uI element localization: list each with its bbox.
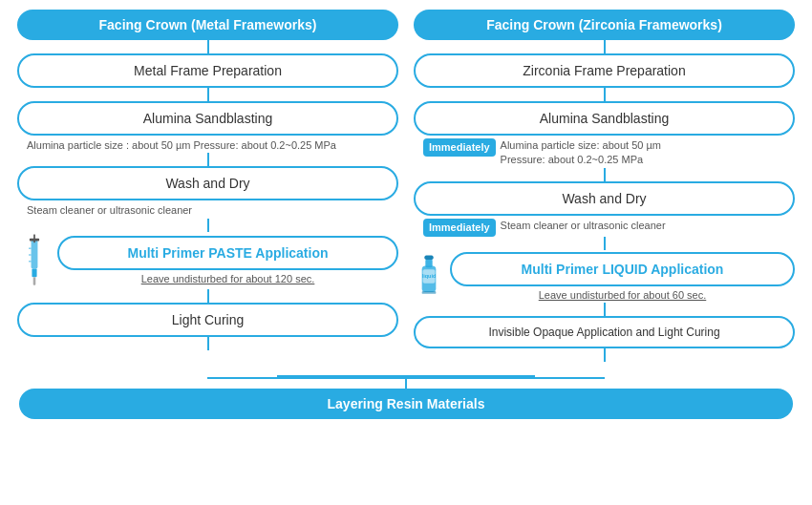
wash-dry-left-box: Wash and Dry bbox=[17, 166, 398, 200]
connector-r1 bbox=[604, 40, 606, 53]
svg-text:liquid: liquid bbox=[422, 274, 437, 280]
connector-r5 bbox=[604, 303, 606, 316]
app-right-bold: LIQUID bbox=[602, 262, 647, 277]
connector-r4 bbox=[604, 237, 606, 250]
bottom-bar: Layering Resin Materials bbox=[19, 389, 793, 419]
wash-dry-right-box: Wash and Dry bbox=[414, 181, 795, 216]
immediately-badge-2: Immediately bbox=[423, 219, 496, 237]
app-section-left: Multi Primer PASTE Application Leave und… bbox=[17, 232, 398, 289]
merge-final-connector bbox=[405, 379, 407, 389]
left-column: Facing Crown (Metal Frameworks) Metal Fr… bbox=[10, 10, 406, 362]
svg-rect-0 bbox=[32, 240, 38, 268]
app-content-right: Multi Primer LIQUID Application Leave un… bbox=[450, 252, 795, 301]
svg-rect-1 bbox=[32, 268, 36, 277]
leave-right-note: Leave undisturbed for about 60 sec. bbox=[450, 289, 795, 301]
steam-note-left: Steam cleaner or ultrasonic cleaner bbox=[17, 200, 398, 218]
immediately-badge-1: Immediately bbox=[423, 138, 496, 157]
app-left-pre: Multi Primer bbox=[127, 245, 208, 261]
alumina-note-left: Alumina particle size : about 50 µm Pres… bbox=[17, 136, 398, 153]
metal-frame-box: Metal Frame Preparation bbox=[17, 53, 398, 88]
light-curing-box: Light Curing bbox=[17, 303, 398, 337]
leave-left-note: Leave undisturbed for about 120 sec. bbox=[57, 273, 398, 284]
connector-l2 bbox=[207, 88, 209, 101]
merge-area bbox=[10, 362, 802, 377]
immediately-wash-note: Steam cleaner or ultrasonic cleaner bbox=[501, 219, 666, 233]
connector-l1 bbox=[207, 40, 209, 53]
immediately-alumina-row: Immediately Alumina particle size: about… bbox=[414, 136, 795, 168]
left-header: Facing Crown (Metal Frameworks) bbox=[17, 10, 398, 40]
connector-l3 bbox=[207, 153, 209, 166]
immediately-wash-row: Immediately Steam cleaner or ultrasonic … bbox=[414, 216, 795, 237]
bottle-icon: liquid bbox=[414, 250, 444, 303]
app-left-box: Multi Primer PASTE Application bbox=[57, 236, 398, 270]
svg-rect-13 bbox=[422, 291, 437, 294]
svg-rect-9 bbox=[425, 259, 432, 267]
connector-l4 bbox=[207, 219, 209, 232]
app-right-post: Application bbox=[648, 262, 724, 277]
app-content-left: Multi Primer PASTE Application Leave und… bbox=[57, 236, 398, 284]
connector-l6 bbox=[207, 337, 209, 350]
connector-l5 bbox=[207, 289, 209, 303]
right-column: Facing Crown (Zirconia Frameworks) Zirco… bbox=[406, 10, 802, 362]
alumina-sand-right-box: Alumina Sandblasting bbox=[414, 101, 795, 136]
zirconia-frame-box: Zirconia Frame Preparation bbox=[414, 53, 795, 88]
svg-rect-3 bbox=[30, 239, 39, 242]
main-container: Facing Crown (Metal Frameworks) Metal Fr… bbox=[0, 0, 812, 429]
svg-rect-4 bbox=[33, 277, 36, 285]
invisible-opaque-box: Invisible Opaque Application and Light C… bbox=[414, 316, 795, 348]
syringe-icon bbox=[17, 232, 52, 289]
connector-r2 bbox=[604, 88, 606, 101]
merge-h bbox=[277, 375, 535, 377]
app-section-right: liquid Multi Primer LIQUID Application L… bbox=[414, 250, 795, 303]
immediately-alumina-note: Alumina particle size: about 50 µmPressu… bbox=[501, 138, 661, 168]
app-left-bold: PASTE bbox=[208, 245, 252, 261]
right-header: Facing Crown (Zirconia Frameworks) bbox=[414, 10, 795, 40]
columns: Facing Crown (Metal Frameworks) Metal Fr… bbox=[10, 10, 802, 362]
app-right-box: Multi Primer LIQUID Application bbox=[450, 252, 795, 286]
svg-rect-10 bbox=[424, 256, 433, 261]
app-left-post: Application bbox=[252, 245, 329, 261]
connector-r6 bbox=[604, 348, 606, 362]
app-right-pre: Multi Primer bbox=[522, 262, 603, 277]
connector-r3 bbox=[604, 168, 606, 181]
alumina-sand-left-box: Alumina Sandblasting bbox=[17, 101, 398, 136]
